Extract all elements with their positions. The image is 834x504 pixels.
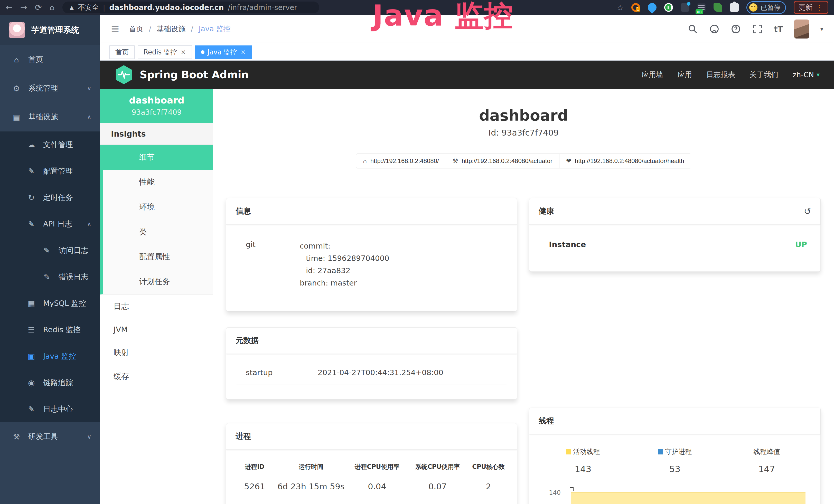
sba-item-logs[interactable]: 日志 bbox=[100, 295, 213, 318]
legend-daemon-threads: 守护进程 53 bbox=[629, 447, 721, 474]
extension-icon-leaf[interactable] bbox=[714, 3, 722, 12]
sba-sidebar: dashboard 93a3fc7f7409 Insights 细节 性能 环境… bbox=[100, 89, 213, 504]
tab-bar: 首页 Redis 监控 × Java 监控 × bbox=[100, 43, 834, 61]
info-card-title: 信息 bbox=[236, 206, 251, 216]
sidebar-item-api-logs[interactable]: ✎ API 日志 ∧ bbox=[0, 211, 100, 237]
user-menu-caret-icon[interactable]: ▾ bbox=[820, 26, 823, 32]
address-bar[interactable]: ▲ 不安全 | dashboard.yudao.iocoder.cn /infr… bbox=[62, 2, 319, 13]
screen: ← → ⟳ ⌂ ▲ 不安全 | dashboard.yudao.iocoder.… bbox=[0, 0, 834, 504]
extension-icon-green-circle[interactable] bbox=[664, 3, 673, 12]
sba-item-mappings[interactable]: 映射 bbox=[100, 341, 213, 365]
tab-java-monitor[interactable]: Java 监控 × bbox=[195, 45, 252, 59]
tab-home[interactable]: 首页 bbox=[109, 45, 135, 59]
close-tab-icon[interactable]: × bbox=[180, 48, 186, 56]
browser-update-button[interactable]: 更新 ⋮ bbox=[794, 1, 828, 14]
user-avatar[interactable] bbox=[794, 20, 809, 39]
sidebar-item-error-logs[interactable]: ✎ 错误日志 bbox=[0, 264, 100, 290]
sba-body: dashboard 93a3fc7f7409 Insights 细节 性能 环境… bbox=[100, 89, 834, 504]
health-card-body: Instance UP bbox=[529, 225, 820, 271]
health-instance-row: Instance UP bbox=[540, 240, 810, 257]
health-url-button[interactable]: ❤ http://192.168.0.2:48080/actuator/heal… bbox=[559, 154, 691, 168]
legend-swatch-live bbox=[566, 449, 571, 455]
sba-item-jvm[interactable]: JVM bbox=[100, 318, 213, 341]
extension-icon-grid[interactable] bbox=[681, 3, 689, 12]
fullscreen-icon[interactable] bbox=[752, 24, 763, 34]
extension-icon-bars[interactable]: on bbox=[697, 3, 706, 12]
brand-row[interactable]: 芋道管理系统 bbox=[0, 15, 100, 45]
threads-card-body: 活动线程 143 守护进程 bbox=[529, 434, 820, 504]
brand-title: 芋道管理系统 bbox=[31, 25, 79, 36]
process-header-system-cpu: 系统CPU使用率 bbox=[408, 463, 468, 471]
history-icon[interactable]: ↺ bbox=[804, 206, 811, 216]
tab-redis-monitor[interactable]: Redis 监控 × bbox=[138, 45, 192, 59]
sba-item-environment[interactable]: 环境 bbox=[103, 194, 213, 220]
collapse-sidebar-icon[interactable]: ☰ bbox=[111, 24, 119, 35]
metadata-startup-row: startup 2021-04-27T00:44:31.254+08:00 bbox=[237, 368, 506, 385]
sidebar-item-mysql-monitor[interactable]: ▦ MySQL 监控 bbox=[0, 290, 100, 317]
spring-boot-admin-logo-icon bbox=[114, 65, 133, 85]
sba-item-metrics[interactable]: 性能 bbox=[103, 170, 213, 194]
process-value-process-cpu: 0.04 bbox=[347, 482, 408, 491]
sidebar-item-config-mgmt[interactable]: ✎ 配置管理 bbox=[0, 158, 100, 184]
extension-icon-pin[interactable] bbox=[646, 1, 658, 14]
search-icon[interactable] bbox=[687, 24, 698, 34]
sba-nav-wallboard[interactable]: 应用墙 bbox=[642, 70, 663, 79]
process-header-uptime: 运行时间 bbox=[275, 463, 347, 471]
chevron-down-icon: ∨ bbox=[87, 433, 91, 440]
info-card-body: git commit: time: 1596289704000 id: 27aa… bbox=[226, 225, 517, 311]
info-card-header: 信息 bbox=[226, 198, 517, 225]
sba-group-insights[interactable]: Insights bbox=[100, 123, 213, 145]
actuator-url-button[interactable]: ⚒ http://192.168.0.2:48080/actuator bbox=[446, 154, 559, 168]
sidebar-item-java-monitor[interactable]: ▣ Java 监控 bbox=[0, 343, 100, 369]
paused-label: 已暂停 bbox=[761, 3, 781, 12]
reload-icon[interactable]: ⟳ bbox=[35, 3, 42, 12]
extensions-puzzle-icon[interactable] bbox=[730, 3, 739, 12]
sidebar-item-file-mgmt[interactable]: ☁ 文件管理 bbox=[0, 132, 100, 158]
back-icon[interactable]: ← bbox=[6, 3, 13, 12]
sba-language-select[interactable]: zh-CN ▾ bbox=[793, 71, 820, 79]
threads-card-header: 线程 bbox=[529, 408, 820, 434]
url-host: dashboard.yudao.iocoder.cn bbox=[109, 3, 224, 12]
bookmark-star-icon[interactable]: ☆ bbox=[617, 3, 623, 12]
close-tab-icon[interactable]: × bbox=[241, 48, 246, 56]
sidebar-item-scheduled-jobs[interactable]: ↻ 定时任务 bbox=[0, 184, 100, 211]
service-url-button[interactable]: ⌂ http://192.168.0.2:48080/ bbox=[356, 154, 446, 168]
sba-item-details[interactable]: 细节 bbox=[103, 145, 213, 170]
instance-header[interactable]: dashboard 93a3fc7f7409 bbox=[100, 89, 213, 123]
breadcrumb-separator: / bbox=[149, 25, 151, 33]
sidebar-item-log-center[interactable]: ✎ 日志中心 bbox=[0, 396, 100, 422]
metadata-card-body: startup 2021-04-27T00:44:31.254+08:00 bbox=[226, 354, 517, 399]
sidebar-item-dev-tools[interactable]: ⚒ 研发工具 ∨ bbox=[0, 422, 100, 451]
sidebar-item-redis-monitor[interactable]: ☰ Redis 监控 bbox=[0, 317, 100, 343]
browser-menu-icon[interactable]: ⋮ bbox=[816, 3, 824, 12]
sba-nav-applications[interactable]: 应用 bbox=[678, 70, 692, 79]
extension-icon-ring[interactable]: 1 bbox=[631, 3, 640, 12]
browser-home-icon[interactable]: ⌂ bbox=[49, 3, 54, 12]
sba-item-classes[interactable]: 类 bbox=[103, 220, 213, 245]
not-secure-label: 不安全 bbox=[78, 3, 99, 12]
process-value-uptime: 6d 23h 15m 59s bbox=[275, 482, 347, 491]
sba-nav-about[interactable]: 关于我们 bbox=[749, 70, 778, 79]
forward-icon[interactable]: → bbox=[20, 3, 27, 12]
sba-item-scheduled-tasks[interactable]: 计划任务 bbox=[103, 269, 213, 294]
text-size-icon[interactable]: tT bbox=[774, 25, 783, 33]
help-icon[interactable] bbox=[731, 24, 741, 34]
sidebar-item-tracing[interactable]: ◉ 链路追踪 bbox=[0, 369, 100, 396]
sba-item-config-props[interactable]: 配置属性 bbox=[103, 245, 213, 269]
chevron-up-icon: ∧ bbox=[87, 113, 91, 121]
sba-item-caches[interactable]: 缓存 bbox=[100, 365, 213, 388]
paused-extension-chip[interactable]: 已暂停 bbox=[746, 1, 786, 14]
gear-icon: ⚙ bbox=[11, 84, 22, 93]
github-icon[interactable] bbox=[709, 24, 720, 34]
sidebar-item-home[interactable]: ⌂ 首页 bbox=[0, 45, 100, 74]
sba-brand-title[interactable]: Spring Boot Admin bbox=[140, 69, 249, 81]
process-value-system-cpu: 0.07 bbox=[408, 482, 468, 491]
sba-nav-journal[interactable]: 日志报表 bbox=[706, 70, 735, 79]
sidebar-item-system-mgmt[interactable]: ⚙ 系统管理 ∨ bbox=[0, 74, 100, 103]
sidebar-item-infrastructure[interactable]: ▤ 基础设施 ∧ bbox=[0, 103, 100, 132]
sidebar-item-access-logs[interactable]: ✎ 访问日志 bbox=[0, 237, 100, 264]
breadcrumb-infrastructure[interactable]: 基础设施 bbox=[157, 25, 185, 33]
breadcrumb-home[interactable]: 首页 bbox=[129, 25, 143, 33]
process-card: 进程 进程ID 运行时间 进程CPU使用率 系统CPU使用率 CPU核心数 bbox=[226, 423, 517, 504]
sba-insights-submenu: 细节 性能 环境 类 配置属性 计划任务 bbox=[100, 145, 213, 295]
